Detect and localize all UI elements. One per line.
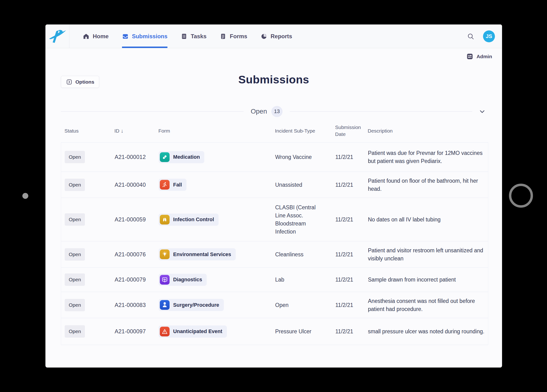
warning-triangle-icon <box>160 327 170 336</box>
app-logo[interactable] <box>45 25 69 48</box>
form-chip: Environmental Services <box>159 248 236 260</box>
nav-item-label: Submissions <box>132 33 167 40</box>
header-id[interactable]: ID ↓ <box>114 127 158 134</box>
submission-id: A21-000083 <box>115 301 159 309</box>
form-label: Medication <box>173 153 200 161</box>
header-description: Description <box>368 127 488 134</box>
description: Patient was due for Prevnar for 12MO vac… <box>368 149 488 165</box>
section-center: Open 13 <box>251 106 282 117</box>
inbox-icon <box>122 33 129 40</box>
nav-item-reports[interactable]: Reports <box>261 25 292 48</box>
table-row[interactable]: Open A21-000040 Fall Unassisted 11/2/21 … <box>61 172 488 198</box>
nav-item-home[interactable]: Home <box>83 25 109 48</box>
description: small pressure ulcer was noted during ro… <box>368 327 488 335</box>
nav-right: JS <box>467 25 502 48</box>
submission-date: 11/2/21 <box>335 250 368 259</box>
section-divider-left <box>61 111 244 112</box>
p-swoosh-logo <box>48 28 67 44</box>
nav-item-forms[interactable]: Forms <box>220 25 247 48</box>
form-label: Fall <box>173 181 182 189</box>
incident-subtype: Open <box>275 301 335 309</box>
submission-id: A21-000012 <box>115 153 159 161</box>
form-chip: Surgery/Procedure <box>159 299 224 311</box>
avatar-initials: JS <box>486 33 492 40</box>
nav-item-tasks[interactable]: Tasks <box>181 25 206 48</box>
status-badge: Open <box>65 151 85 163</box>
incident-subtype: Lab <box>275 276 335 284</box>
home-icon <box>83 33 89 40</box>
submission-id: A21-000079 <box>115 276 159 284</box>
table-row[interactable]: Open A21-000012 Medication Wrong Vaccine… <box>61 142 488 172</box>
form-chip: Fall <box>159 179 186 191</box>
form-chip: Unanticipated Event <box>159 326 227 338</box>
description: Patient found on floor of the bathroom, … <box>368 177 488 193</box>
table-body: Open A21-000012 Medication Wrong Vaccine… <box>61 142 488 345</box>
form-chip: Medication <box>159 151 204 163</box>
table-row[interactable]: Open A21-000059 Infection Control CLASBI… <box>61 198 488 241</box>
table-row[interactable]: Open A21-000076 Environmental Services C… <box>61 241 488 267</box>
status-badge: Open <box>65 179 85 191</box>
section-header-open: Open 13 <box>61 105 486 118</box>
section-count-badge: 13 <box>271 106 282 117</box>
header-subtype: Incident Sub-Type <box>275 127 335 134</box>
nav-item-label: Home <box>93 33 109 40</box>
form-label: Unanticipated Event <box>173 327 222 335</box>
form-chip: Infection Control <box>159 213 219 226</box>
monitor-waveform-icon <box>160 275 170 285</box>
form-label: Infection Control <box>173 215 214 224</box>
description: Patient and visitor restroom left unsani… <box>368 246 488 263</box>
submission-date: 11/2/21 <box>335 215 368 224</box>
sliders-icon <box>466 53 473 60</box>
pie-chart-icon <box>261 33 267 40</box>
submission-id: A21-000059 <box>115 215 159 224</box>
submission-id: A21-000097 <box>115 327 159 335</box>
nav-item-submissions[interactable]: Submissions <box>122 25 167 48</box>
nav-item-label: Tasks <box>191 33 206 40</box>
submission-id: A21-000076 <box>115 250 159 259</box>
header-status: Status <box>61 127 114 134</box>
form-label: Environmental Services <box>173 250 231 259</box>
incident-subtype: Unassisted <box>275 181 335 189</box>
sort-desc-icon: ↓ <box>121 127 123 134</box>
header-date: Submission Date <box>335 124 368 138</box>
decor-dot <box>22 193 28 199</box>
falling-person-icon <box>160 180 170 190</box>
submission-date: 11/2/21 <box>335 301 368 309</box>
app-window: Home Submissions Tasks Forms Reports <box>45 25 502 367</box>
section-collapse-button[interactable] <box>479 108 486 115</box>
incident-subtype: Pressure Ulcer <box>275 327 335 335</box>
submission-date: 11/2/21 <box>335 327 368 335</box>
table-row[interactable]: Open A21-000097 Unanticipated Event Pres… <box>61 318 488 345</box>
status-badge: Open <box>65 273 85 286</box>
nav-item-label: Forms <box>230 33 247 40</box>
description: No dates on all IV label tubing <box>368 215 488 224</box>
admin-link[interactable]: Admin <box>466 53 492 60</box>
screenshot-root: { "colors": { "accent_blue": "#3b6fe0", … <box>0 0 547 392</box>
user-avatar[interactable]: JS <box>483 30 495 42</box>
nav-item-label: Reports <box>271 33 292 40</box>
section-label: Open <box>251 108 267 115</box>
admin-label: Admin <box>477 54 492 60</box>
submission-id: A21-000040 <box>115 181 159 189</box>
table-row[interactable]: Open A21-000083 Surgery/Procedure Open 1… <box>61 292 488 318</box>
lightbulb-icon <box>160 249 170 259</box>
submission-date: 11/2/21 <box>335 181 368 189</box>
search-button[interactable] <box>467 33 474 40</box>
submissions-table: Status ID ↓ Form Incident Sub-Type Submi… <box>61 124 488 345</box>
chevron-down-icon <box>479 108 486 115</box>
incident-subtype: Cleanliness <box>275 250 335 259</box>
table-row[interactable]: Open A21-000079 Diagnostics Lab 11/2/21 … <box>61 267 488 292</box>
nav-items: Home Submissions Tasks Forms Reports <box>83 25 292 48</box>
status-badge: Open <box>65 213 85 226</box>
section-divider-right <box>290 111 472 112</box>
top-navbar: Home Submissions Tasks Forms Reports <box>45 25 502 48</box>
decor-ring <box>509 184 533 208</box>
surgeon-icon <box>160 300 170 310</box>
incident-subtype: CLASBI (Central Line Assoc. Bloodstream … <box>275 203 335 236</box>
incident-subtype: Wrong Vaccine <box>275 153 335 161</box>
form-label: Surgery/Procedure <box>173 301 219 309</box>
status-badge: Open <box>65 299 85 311</box>
form-label: Diagnostics <box>173 276 202 284</box>
description: Sample drawn from incorrect patient <box>368 276 488 284</box>
status-badge: Open <box>65 248 85 261</box>
